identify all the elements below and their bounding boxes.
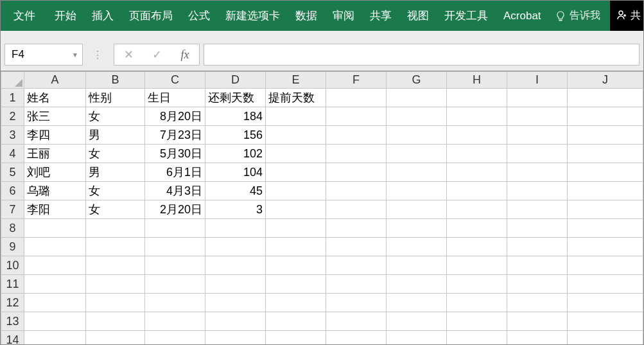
- cell[interactable]: 184: [205, 107, 266, 126]
- cell[interactable]: [326, 238, 387, 256]
- col-header-B[interactable]: B: [86, 72, 145, 89]
- cell[interactable]: [507, 163, 568, 182]
- cell[interactable]: [266, 182, 326, 200]
- cell[interactable]: [266, 331, 326, 346]
- cell[interactable]: 还剩天数: [205, 89, 266, 107]
- cell[interactable]: [326, 331, 387, 346]
- cell[interactable]: [568, 312, 643, 331]
- cell[interactable]: [387, 107, 447, 126]
- row-header[interactable]: 1: [1, 89, 24, 107]
- cell[interactable]: [326, 107, 387, 126]
- cell[interactable]: [387, 163, 447, 182]
- cell[interactable]: 提前天数: [266, 89, 326, 107]
- tab-page-layout[interactable]: 页面布局: [121, 1, 180, 31]
- col-header-J[interactable]: J: [568, 72, 643, 89]
- cell[interactable]: [266, 238, 326, 256]
- cell[interactable]: [387, 89, 447, 107]
- row-header[interactable]: 12: [1, 294, 24, 312]
- cell[interactable]: [387, 275, 447, 294]
- cell[interactable]: 女: [86, 200, 145, 219]
- cell[interactable]: [447, 238, 507, 256]
- cell[interactable]: [387, 331, 447, 346]
- col-header-I[interactable]: I: [507, 72, 568, 89]
- cell[interactable]: [447, 331, 507, 346]
- col-header-G[interactable]: G: [387, 72, 447, 89]
- tab-custom[interactable]: 新建选项卡: [218, 1, 288, 31]
- cell[interactable]: [507, 200, 568, 219]
- select-all-corner[interactable]: [1, 72, 24, 89]
- enter-button[interactable]: ✓: [143, 44, 171, 65]
- share-button[interactable]: 共: [610, 1, 643, 31]
- cell[interactable]: [447, 294, 507, 312]
- row-header[interactable]: 13: [1, 312, 24, 331]
- cell[interactable]: [266, 107, 326, 126]
- cell[interactable]: [387, 256, 447, 275]
- cell[interactable]: [326, 89, 387, 107]
- chevron-down-icon[interactable]: ▼: [72, 51, 78, 58]
- cell[interactable]: [387, 219, 447, 238]
- cell[interactable]: [568, 89, 643, 107]
- cell[interactable]: [205, 256, 266, 275]
- row-header[interactable]: 8: [1, 219, 24, 238]
- cell[interactable]: [86, 294, 145, 312]
- cell[interactable]: 李四: [24, 126, 86, 145]
- cell[interactable]: 女: [86, 107, 145, 126]
- row-header[interactable]: 5: [1, 163, 24, 182]
- cell[interactable]: 性别: [86, 89, 145, 107]
- cell[interactable]: [507, 256, 568, 275]
- cell[interactable]: [387, 182, 447, 200]
- cell[interactable]: [266, 200, 326, 219]
- cell[interactable]: [447, 200, 507, 219]
- cell[interactable]: [326, 163, 387, 182]
- cell[interactable]: [205, 219, 266, 238]
- cell[interactable]: [447, 275, 507, 294]
- row-header[interactable]: 6: [1, 182, 24, 200]
- cell[interactable]: 李阳: [24, 200, 86, 219]
- cell[interactable]: [387, 312, 447, 331]
- cell[interactable]: 刘吧: [24, 163, 86, 182]
- row-header[interactable]: 11: [1, 275, 24, 294]
- row-header[interactable]: 14: [1, 331, 24, 346]
- row-header[interactable]: 9: [1, 238, 24, 256]
- cell[interactable]: 王丽: [24, 145, 86, 163]
- row-header[interactable]: 4: [1, 145, 24, 163]
- cell[interactable]: [568, 107, 643, 126]
- cell[interactable]: [86, 256, 145, 275]
- cell[interactable]: [266, 163, 326, 182]
- cell[interactable]: [24, 238, 86, 256]
- cell[interactable]: [145, 294, 205, 312]
- cell[interactable]: 男: [86, 126, 145, 145]
- cell[interactable]: 生日: [145, 89, 205, 107]
- cell[interactable]: [205, 294, 266, 312]
- cell[interactable]: [266, 294, 326, 312]
- cell[interactable]: [387, 294, 447, 312]
- cell[interactable]: 45: [205, 182, 266, 200]
- spreadsheet-grid[interactable]: A B C D E F G H I J 1 姓名 性别 生日 还剩天数 提前天数: [0, 71, 644, 345]
- row-header[interactable]: 3: [1, 126, 24, 145]
- cell[interactable]: [507, 275, 568, 294]
- cell[interactable]: 姓名: [24, 89, 86, 107]
- cell[interactable]: [447, 89, 507, 107]
- cell[interactable]: [507, 219, 568, 238]
- tab-acrobat[interactable]: Acrobat: [496, 1, 549, 31]
- cell[interactable]: [326, 219, 387, 238]
- cell[interactable]: 156: [205, 126, 266, 145]
- cell[interactable]: 6月1日: [145, 163, 205, 182]
- tab-developer[interactable]: 开发工具: [437, 1, 496, 31]
- cell[interactable]: [507, 294, 568, 312]
- cell[interactable]: [205, 238, 266, 256]
- col-header-D[interactable]: D: [205, 72, 266, 89]
- cell[interactable]: [326, 312, 387, 331]
- name-box[interactable]: F4 ▼: [4, 44, 83, 66]
- col-header-F[interactable]: F: [326, 72, 387, 89]
- cell[interactable]: 5月30日: [145, 145, 205, 163]
- cell[interactable]: [145, 238, 205, 256]
- cell[interactable]: [86, 238, 145, 256]
- tab-home[interactable]: 开始: [47, 1, 84, 31]
- cancel-button[interactable]: ✕: [114, 44, 143, 65]
- cell[interactable]: [507, 312, 568, 331]
- cell[interactable]: [266, 312, 326, 331]
- cell[interactable]: [507, 182, 568, 200]
- cell[interactable]: 女: [86, 182, 145, 200]
- cell[interactable]: [447, 145, 507, 163]
